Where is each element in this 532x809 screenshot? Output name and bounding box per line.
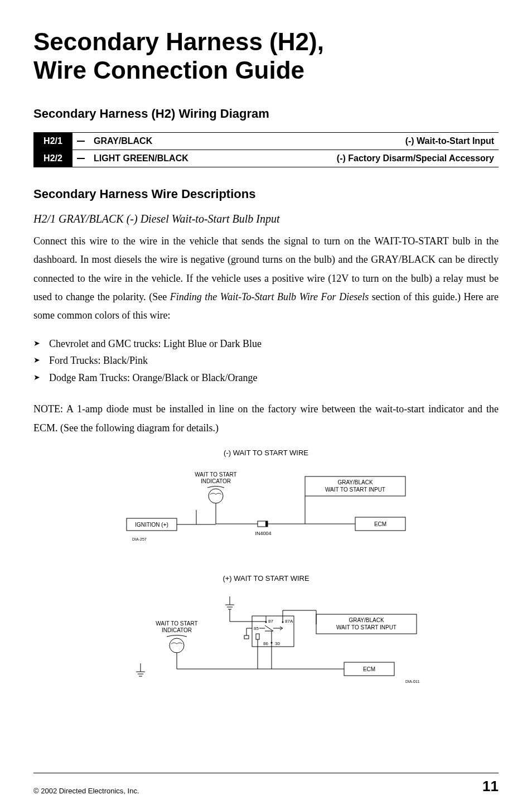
- pin-label: H2/2: [33, 150, 72, 167]
- gray-black-label: GRAY/BLACK: [337, 479, 373, 485]
- wire-color: LIGHT GREEN/BLACK: [89, 150, 217, 167]
- svg-rect-8: [265, 521, 268, 527]
- relay-pin-30: 30: [275, 641, 280, 646]
- table-row: H2/1 GRAY/BLACK (-) Wait-to-Start Input: [33, 133, 499, 150]
- relay-pin-86: 86: [263, 641, 268, 646]
- svg-point-31: [282, 622, 284, 623]
- svg-point-29: [265, 622, 267, 623]
- list-item: Chevrolet and GMC trucks: Light Blue or …: [33, 335, 499, 353]
- svg-rect-34: [256, 634, 259, 639]
- indicator-label: INDICATOR: [201, 478, 231, 484]
- relay-pin-87a: 87A: [285, 619, 293, 624]
- diagram-title: (-) WAIT TO START WIRE: [33, 449, 499, 457]
- ignition-label: IGNITION (+): [135, 522, 168, 528]
- page-number: 11: [482, 778, 499, 795]
- indicator-label: INDICATOR: [162, 627, 192, 633]
- wiring-diagram-positive: WAIT TO START INDICATOR 87 87A 85 86 30: [110, 591, 422, 697]
- wiring-diagram-negative: WAIT TO START INDICATOR IGNITION (+) IN4…: [110, 465, 422, 563]
- footer: © 2002 Directed Electronics, Inc. 11: [33, 773, 499, 795]
- svg-point-37: [271, 642, 273, 644]
- svg-rect-49: [244, 635, 249, 639]
- connector-line: [72, 133, 89, 150]
- bullet-list: Chevrolet and GMC trucks: Light Blue or …: [33, 335, 499, 387]
- paragraph: Connect this wire to the wire in the veh…: [33, 232, 499, 325]
- indicator-label: WAIT TO START: [195, 471, 236, 478]
- wire-subheading: H2/1 GRAY/BLACK (-) Diesel Wait-to-Start…: [33, 213, 499, 225]
- page-title: Secondary Harness (H2), Wire Connection …: [33, 28, 499, 84]
- diagram-title: (+) WAIT TO START WIRE: [33, 574, 499, 582]
- relay-pin-87: 87: [268, 619, 273, 624]
- list-item: Dodge Ram Trucks: Orange/Black or Black/…: [33, 369, 499, 387]
- wire-function: (-) Factory Disarm/Special Accessory: [217, 150, 499, 167]
- wire-function: (-) Wait-to-Start Input: [217, 133, 499, 150]
- section-heading-wire-descriptions: Secondary Harness Wire Descriptions: [33, 187, 499, 201]
- gray-black-label: GRAY/BLACK: [349, 617, 384, 623]
- svg-point-0: [209, 489, 223, 503]
- indicator-label: WAIT TO START: [156, 620, 197, 627]
- wire-color: GRAY/BLACK: [89, 133, 217, 150]
- diode-label: IN4004: [255, 531, 271, 536]
- gray-black-label: WAIT TO START INPUT: [325, 487, 385, 493]
- diagram-2: (+) WAIT TO START WIRE WAIT TO START IND…: [33, 574, 499, 697]
- table-row: H2/2 LIGHT GREEN/BLACK (-) Factory Disar…: [33, 150, 499, 167]
- list-item: Ford Trucks: Black/Pink: [33, 352, 499, 369]
- relay-pin-85: 85: [254, 626, 259, 631]
- wiring-table: H2/1 GRAY/BLACK (-) Wait-to-Start Input …: [33, 132, 499, 167]
- copyright: © 2002 Directed Electronics, Inc.: [33, 787, 139, 795]
- dia-label: DIA-257: [132, 537, 147, 541]
- section-heading-wiring-diagram: Secondary Harness (H2) Wiring Diagram: [33, 107, 499, 121]
- diagram-1: (-) WAIT TO START WIRE WAIT TO START IND…: [33, 449, 499, 563]
- connector-line: [72, 150, 89, 167]
- svg-point-20: [170, 638, 184, 653]
- dia-label: DIA-011: [405, 680, 420, 683]
- pin-label: H2/1: [33, 133, 72, 150]
- gray-black-label: WAIT TO START INPUT: [336, 624, 396, 630]
- ecm-label: ECM: [374, 521, 386, 527]
- note-paragraph: NOTE: A 1-amp diode must be installed in…: [33, 400, 499, 437]
- ecm-label: ECM: [363, 666, 375, 672]
